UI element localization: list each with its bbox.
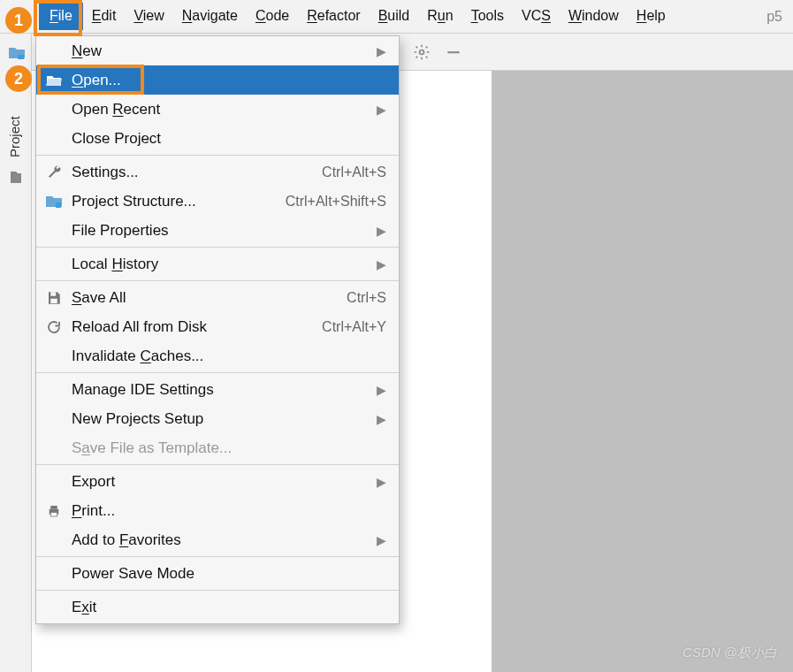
menu-item-label: Print... [72, 502, 386, 520]
menu-item-print[interactable]: Print... [36, 496, 399, 525]
chevron-right-icon: ▶ [377, 257, 386, 271]
wrench-icon [45, 164, 63, 181]
menu-item-label: Save All [72, 289, 347, 307]
menu-item-project-structure[interactable]: Project Structure...Ctrl+Alt+Shift+S [36, 187, 399, 216]
menu-item-add-to-favorites[interactable]: Add to Favorites▶ [36, 525, 399, 554]
menu-view[interactable]: View [125, 3, 172, 30]
menu-help[interactable]: Help [628, 3, 675, 30]
menu-item-shortcut: Ctrl+Alt+Y [322, 319, 386, 335]
chevron-right-icon: ▶ [377, 475, 386, 489]
menu-item-label: Project Structure... [72, 193, 286, 210]
menu-item-label: Reload All from Disk [72, 318, 322, 336]
chevron-right-icon: ▶ [377, 224, 386, 238]
menu-item-shortcut: Ctrl+Alt+Shift+S [286, 194, 386, 210]
svg-rect-1 [447, 51, 459, 53]
gear-icon[interactable] [413, 43, 432, 63]
menu-item-manage-ide-settings[interactable]: Manage IDE Settings▶ [36, 375, 399, 404]
menu-item-close-project[interactable]: Close Project [36, 124, 399, 153]
menu-item-label: Power Save Mode [72, 565, 386, 583]
watermark: CSDN @极小白 [682, 645, 777, 661]
menu-item-export[interactable]: Export▶ [36, 467, 399, 496]
menu-item-save-file-as-template: Save File as Template... [36, 433, 399, 462]
menu-item-label: Open Recent [72, 101, 377, 118]
project-structure-icon [45, 193, 63, 210]
menu-item-power-save-mode[interactable]: Power Save Mode [36, 559, 399, 588]
reload-icon [45, 318, 63, 336]
svg-rect-3 [56, 202, 61, 208]
menu-item-label: New Projects Setup [72, 410, 377, 428]
menu-item-shortcut: Ctrl+S [347, 290, 386, 306]
menu-item-open-recent[interactable]: Open Recent▶ [36, 95, 399, 124]
menu-item-shortcut: Ctrl+Alt+S [322, 164, 386, 180]
menu-item-label: New [72, 42, 377, 60]
tool-window-sidebar: Project [0, 34, 32, 672]
project-tool-icon[interactable] [9, 46, 25, 64]
svg-rect-7 [50, 506, 57, 509]
editor-empty-bg [492, 71, 793, 672]
chevron-right-icon: ▶ [377, 383, 386, 397]
chevron-right-icon: ▶ [377, 533, 386, 547]
menu-item-label: Close Project [72, 130, 386, 148]
menu-tools[interactable]: Tools [462, 3, 513, 30]
svg-rect-2 [18, 55, 24, 59]
svg-point-0 [420, 50, 424, 55]
file-menu-dropdown: New▶Open...Open Recent▶Close ProjectSett… [35, 35, 400, 624]
menu-navigate[interactable]: Navigate [173, 3, 247, 30]
menu-edit[interactable]: Edit [83, 3, 126, 30]
menu-item-label: Local History [72, 256, 377, 273]
chevron-right-icon: ▶ [377, 44, 386, 58]
menu-item-label: Save File as Template... [72, 439, 386, 457]
menu-item-save-all[interactable]: Save AllCtrl+S [36, 283, 399, 312]
svg-rect-8 [50, 513, 57, 517]
minimize-icon[interactable] [445, 43, 464, 63]
menu-item-label: Invalidate Caches... [72, 347, 386, 365]
menu-window[interactable]: Window [560, 3, 628, 30]
menu-item-label: Settings... [72, 164, 322, 181]
menu-vcs[interactable]: VCS [513, 3, 560, 30]
menu-item-open[interactable]: Open... [36, 65, 399, 95]
folder-open-icon [45, 72, 63, 89]
menu-item-new-projects-setup[interactable]: New Projects Setup▶ [36, 404, 399, 433]
menu-item-local-history[interactable]: Local History▶ [36, 249, 399, 279]
menu-item-label: File Properties [72, 222, 377, 240]
svg-rect-4 [50, 292, 56, 296]
menu-item-invalidate-caches[interactable]: Invalidate Caches... [36, 341, 399, 370]
bookmarks-tool-icon[interactable] [9, 171, 23, 188]
menubar: FileEditViewNavigateCodeRefactorBuildRun… [0, 0, 793, 34]
menu-file[interactable]: File [39, 3, 83, 30]
menu-item-label: Open... [72, 72, 386, 89]
menu-item-file-properties[interactable]: File Properties▶ [36, 216, 399, 245]
menu-code[interactable]: Code [247, 3, 298, 30]
menu-item-new[interactable]: New▶ [36, 36, 399, 65]
menu-item-label: Add to Favorites [72, 531, 377, 549]
print-icon [45, 502, 63, 520]
svg-rect-5 [50, 299, 57, 303]
menu-refactor[interactable]: Refactor [298, 3, 369, 30]
chevron-right-icon: ▶ [377, 103, 386, 117]
menu-item-label: Export [72, 473, 377, 491]
save-icon [45, 289, 63, 307]
menu-item-exit[interactable]: Exit [36, 592, 399, 622]
menu-item-label: Exit [72, 599, 386, 616]
project-tab-label[interactable]: Project [7, 116, 22, 157]
menu-item-settings[interactable]: Settings...Ctrl+Alt+S [36, 157, 399, 187]
project-name: p5 [766, 9, 782, 25]
menu-run[interactable]: Run [418, 3, 461, 30]
menu-build[interactable]: Build [370, 3, 419, 30]
menu-item-label: Manage IDE Settings [72, 381, 377, 399]
menu-item-reload-all-from-disk[interactable]: Reload All from DiskCtrl+Alt+Y [36, 312, 399, 341]
chevron-right-icon: ▶ [377, 412, 386, 426]
